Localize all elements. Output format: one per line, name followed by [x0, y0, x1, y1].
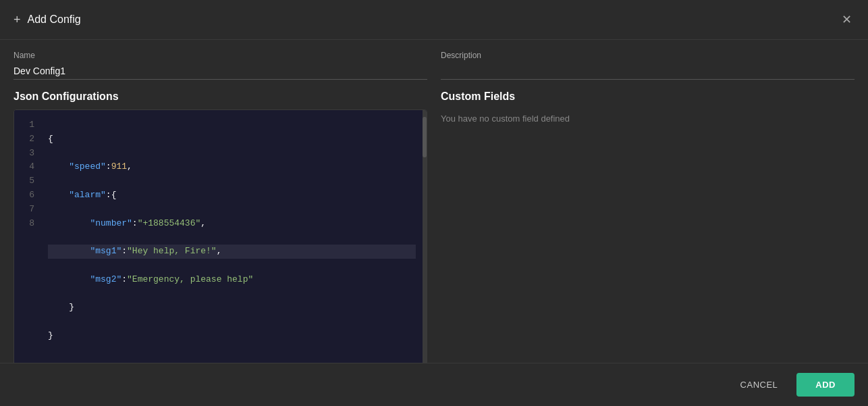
custom-fields-title: Custom Fields [441, 91, 855, 103]
description-input[interactable] [441, 63, 855, 80]
close-icon[interactable]: ✕ [839, 9, 855, 30]
modal-footer: CANCEL ADD [0, 363, 868, 406]
cancel-button[interactable]: CANCEL [730, 374, 789, 395]
code-line: "msg2":"Emergency, please help" [48, 273, 416, 287]
scrollbar-track[interactable] [423, 110, 427, 363]
name-field-group: Name [13, 51, 427, 80]
code-line: "msg1":"Hey help, Fire!", [48, 245, 416, 259]
modal-header: + Add Config ✕ [0, 0, 868, 40]
code-line: { [48, 132, 416, 147]
code-line: "alarm":{ [48, 188, 416, 203]
code-content: { "speed":911, "alarm":{ "number":"+1885… [41, 110, 423, 363]
custom-fields-panel: Custom Fields You have no custom field d… [441, 91, 855, 363]
custom-fields-empty-message: You have no custom field defined [441, 113, 855, 124]
name-input[interactable] [13, 63, 427, 80]
json-section-title: Json Configurations [13, 91, 427, 103]
code-line: "speed":911, [48, 160, 416, 174]
code-line: } [48, 301, 416, 315]
code-line: "number":"+188554436", [48, 217, 416, 231]
scrollbar-thumb[interactable] [423, 117, 427, 157]
json-configurations-panel: Json Configurations 1 2 3 4 5 6 7 8 { "s… [13, 91, 427, 363]
code-line: } [48, 329, 416, 343]
add-button[interactable]: ADD [796, 373, 855, 397]
plus-icon: + [13, 13, 21, 27]
description-label: Description [441, 51, 855, 60]
modal-title: Add Config [28, 14, 81, 26]
description-field-group: Description [441, 51, 855, 80]
modal-header-left: + Add Config [13, 13, 81, 27]
line-numbers: 1 2 3 4 5 6 7 8 [14, 110, 41, 363]
name-label: Name [13, 51, 427, 60]
json-editor[interactable]: 1 2 3 4 5 6 7 8 { "speed":911, "alarm":{… [13, 109, 427, 363]
modal-overlay: + Add Config ✕ Name Description Json Con… [0, 0, 868, 406]
